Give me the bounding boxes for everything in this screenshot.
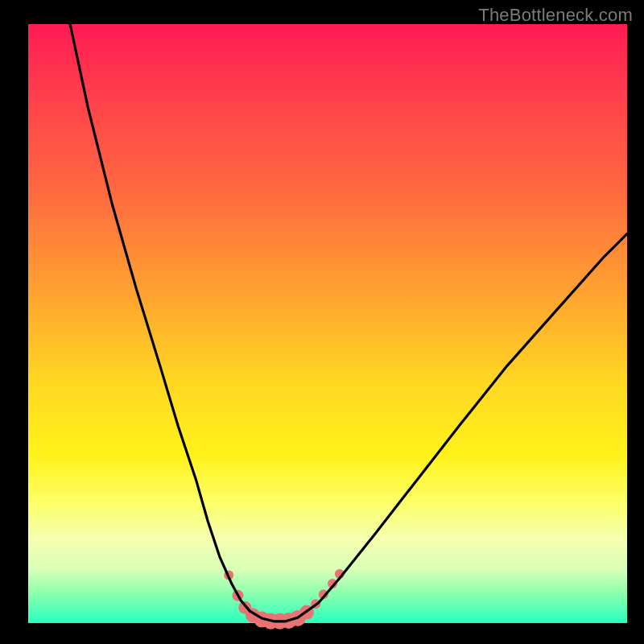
watermark-text: TheBottleneck.com [478, 5, 633, 26]
plot-area [28, 24, 627, 623]
curve-layer [28, 24, 627, 623]
chart-frame: TheBottleneck.com [0, 0, 644, 644]
bottleneck-curve [70, 24, 627, 621]
